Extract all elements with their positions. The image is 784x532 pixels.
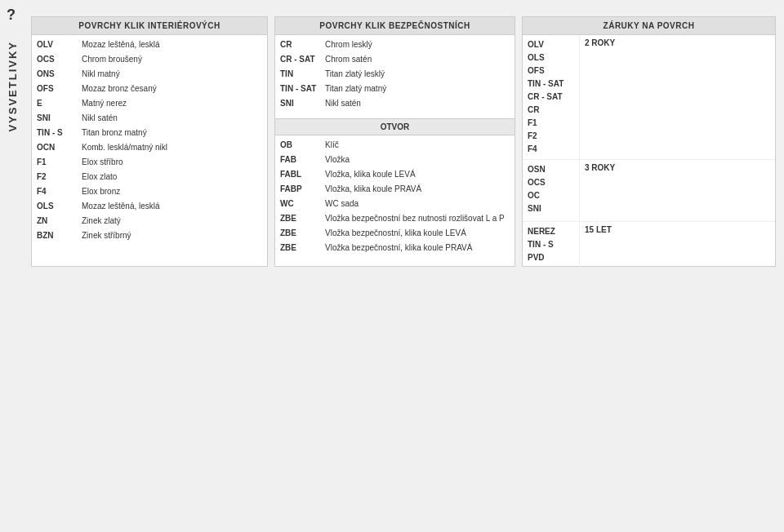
question-mark-icon: ? xyxy=(7,7,16,24)
list-item: CRChrom lesklý xyxy=(275,38,514,53)
list-item: BZNZinek stříbrný xyxy=(32,229,267,244)
right-code-item: OC xyxy=(528,189,574,202)
list-item: F2Elox zlato xyxy=(32,171,267,185)
right-code-item: PVD xyxy=(528,251,574,264)
list-item: ZBEVložka bezpečnostní, klika koule PRAV… xyxy=(275,242,514,256)
list-item: OFSMozaz bronz česaný xyxy=(32,82,267,97)
list-item: ZBEVložka bezpečnostní bez nutnosti rozl… xyxy=(275,212,514,227)
list-item: SNINikl satén xyxy=(275,97,514,112)
warranty-codes: OLVOLSOFSTIN - SATCR - SATCRF1F2F4 xyxy=(523,35,580,159)
warranty-years: 3 ROKY xyxy=(580,160,620,221)
list-item: TIN - STitan bronz matný xyxy=(32,126,267,141)
right-code-item: OLS xyxy=(528,51,574,64)
right-code-item: SNI xyxy=(528,202,574,215)
list-item: SNINikl satén xyxy=(32,112,267,126)
right-code-item: NEREZ xyxy=(528,225,574,238)
warranty-section: OLVOLSOFSTIN - SATCR - SATCRF1F2F42 ROKY xyxy=(523,35,775,160)
left-panel: POVRCHY KLIK INTERIÉROVÝCH OLVMozaz lešt… xyxy=(31,16,268,267)
list-item: ZBEVložka bezpečnostní, klika koule LEVÁ xyxy=(275,227,514,242)
middle-panel-otvor: OBKlíčFABVložkaFABLVložka, klika koule L… xyxy=(275,135,514,259)
left-panel-content: OLVMozaz leštěná, leskláOCSChrom broušen… xyxy=(32,35,267,247)
warranty-years: 15 LET xyxy=(580,222,617,283)
otvor-subheader: OTVOR xyxy=(275,118,514,135)
warranty-section: NEREZTIN - SPVD15 LET xyxy=(523,222,775,284)
right-code-item: F1 xyxy=(528,117,574,130)
right-code-item: OFS xyxy=(528,64,574,78)
list-item: TIN - SATTitan zlatý matný xyxy=(275,82,514,97)
list-item: OCSChrom broušený xyxy=(32,53,267,68)
right-code-item: CR xyxy=(528,104,574,117)
right-code-item: F4 xyxy=(528,143,574,156)
right-code-item: TIN - S xyxy=(528,238,574,251)
list-item: EMatný nerez xyxy=(32,97,267,112)
right-panel: ZÁRUKY NA POVRCH OLVOLSOFSTIN - SATCR - … xyxy=(522,16,776,267)
warranty-codes: OSNOCSOCSNI xyxy=(523,160,580,221)
middle-panel-bezpecnostnich: CRChrom lesklýCR - SATChrom saténTINTita… xyxy=(275,35,514,115)
list-item: OBKlíč xyxy=(275,139,514,153)
right-code-item: OCS xyxy=(528,176,574,189)
middle-panel: POVRCHY KLIK BEZPEČNOSTNÍCH CRChrom lesk… xyxy=(274,16,515,267)
warranty-years: 2 ROKY xyxy=(580,35,620,159)
vertical-title: VYSVETLIVKY xyxy=(7,41,19,132)
middle-panel-header: POVRCHY KLIK BEZPEČNOSTNÍCH xyxy=(275,17,514,35)
warranty-codes: NEREZTIN - SPVD xyxy=(523,222,580,283)
list-item: OLSMozaz leštěná, lesklá xyxy=(32,200,267,215)
right-code-item: OLV xyxy=(528,38,574,51)
right-code-item: CR - SAT xyxy=(528,91,574,104)
list-item: FABPVložka, klika koule PRAVÁ xyxy=(275,183,514,197)
list-item: CR - SATChrom satén xyxy=(275,53,514,68)
list-item: ONSNikl matný xyxy=(32,68,267,82)
list-item: WCWC sada xyxy=(275,197,514,212)
list-item: F4Elox bronz xyxy=(32,185,267,200)
right-panel-content: OLVOLSOFSTIN - SATCR - SATCRF1F2F42 ROKY… xyxy=(523,35,775,284)
right-code-item: TIN - SAT xyxy=(528,78,574,91)
right-panel-header: ZÁRUKY NA POVRCH xyxy=(523,17,775,35)
list-item: F1Elox stříbro xyxy=(32,156,267,171)
warranty-section: OSNOCSOCSNI3 ROKY xyxy=(523,160,775,222)
list-item: TINTitan zlatý lesklý xyxy=(275,68,514,82)
right-code-item: OSN xyxy=(528,163,574,176)
list-item: FABVložka xyxy=(275,153,514,168)
list-item: OCNKomb. lesklá/matný nikl xyxy=(32,141,267,156)
list-item: OLVMozaz leštěná, lesklá xyxy=(32,38,267,53)
right-code-item: F2 xyxy=(528,130,574,143)
list-item: FABLVložka, klika koule LEVÁ xyxy=(275,168,514,183)
list-item: ZNZinek zlatý xyxy=(32,215,267,229)
left-panel-header: POVRCHY KLIK INTERIÉROVÝCH xyxy=(32,17,267,35)
